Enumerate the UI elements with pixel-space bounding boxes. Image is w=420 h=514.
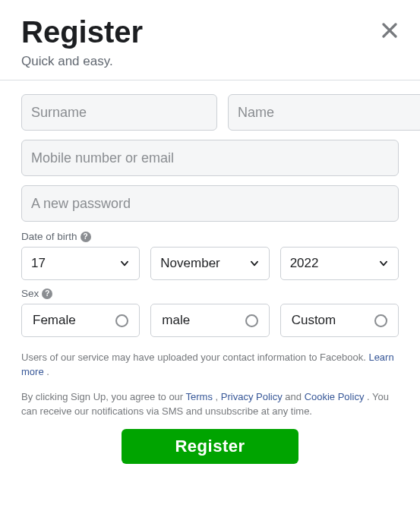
contact-input[interactable] — [21, 140, 399, 176]
sex-label-row: Sex ? — [21, 288, 399, 299]
surname-input[interactable] — [21, 94, 217, 131]
dob-label: Date of birth — [21, 231, 77, 242]
radio-icon — [115, 314, 128, 327]
cookie-link[interactable]: Cookie Policy — [305, 391, 365, 402]
chevron-down-icon — [119, 258, 130, 269]
legal-agree-info: By clicking Sign Up, you agree to our Te… — [21, 390, 399, 419]
dob-month-select[interactable]: November — [150, 247, 269, 280]
privacy-link[interactable]: Privacy Policy — [221, 391, 283, 402]
dob-day-value: 17 — [31, 256, 46, 271]
register-button[interactable]: Register — [122, 429, 298, 464]
terms-link[interactable]: Terms — [186, 391, 213, 402]
header-divider — [0, 80, 420, 80]
name-input[interactable] — [228, 94, 420, 131]
legal-upload-info: Users of our service may have uploaded y… — [21, 351, 399, 380]
register-dialog: Register Quick and easy. Date of birth ?… — [0, 0, 420, 485]
sex-option-label: Custom — [292, 313, 336, 328]
chevron-down-icon — [249, 258, 260, 269]
sex-option-custom[interactable]: Custom — [280, 304, 399, 337]
dialog-title: Register — [21, 15, 399, 49]
dob-day-select[interactable]: 17 — [21, 247, 140, 280]
sex-option-male[interactable]: male — [150, 304, 269, 337]
sex-option-label: male — [162, 313, 190, 328]
dob-year-select[interactable]: 2022 — [280, 247, 399, 280]
dob-year-value: 2022 — [290, 256, 319, 271]
sex-label: Sex — [21, 288, 39, 299]
chevron-down-icon — [378, 258, 389, 269]
close-icon[interactable] — [381, 21, 399, 39]
radio-icon — [374, 314, 387, 327]
sex-option-label: Female — [33, 313, 76, 328]
dob-label-row: Date of birth ? — [21, 231, 399, 242]
dob-month-value: November — [160, 256, 219, 271]
radio-icon — [245, 314, 258, 327]
help-icon[interactable]: ? — [42, 289, 52, 299]
password-input[interactable] — [21, 185, 399, 222]
help-icon[interactable]: ? — [81, 232, 91, 242]
sex-option-female[interactable]: Female — [21, 304, 140, 337]
dialog-subtitle: Quick and easy. — [21, 54, 399, 69]
